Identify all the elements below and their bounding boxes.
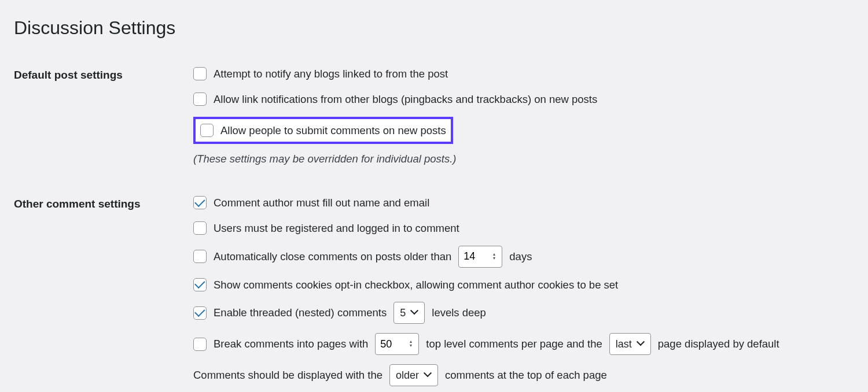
label-threaded-pre: Enable threaded (nested) comments bbox=[214, 305, 387, 321]
input-auto-close-days[interactable] bbox=[464, 247, 487, 266]
checkbox-notify-blogs[interactable] bbox=[193, 67, 207, 80]
select-order[interactable]: older bbox=[389, 364, 438, 386]
label-default-post-settings: Default post settings bbox=[14, 66, 193, 195]
label-cookies-optin: Show comments cookies opt-in checkbox, a… bbox=[214, 277, 618, 293]
label-paginate-mid: top level comments per page and the bbox=[426, 336, 602, 352]
label-notify-blogs: Attempt to notify any blogs linked to fr… bbox=[214, 66, 448, 82]
label-auto-close-post: days bbox=[509, 249, 532, 265]
chevron-down-icon bbox=[411, 309, 418, 316]
option-order: Comments should be displayed with the ol… bbox=[193, 364, 854, 386]
stepper-icon[interactable]: ▴▾ bbox=[408, 339, 414, 349]
option-allow-comments-wrapper: Allow people to submit comments on new p… bbox=[193, 117, 854, 145]
note-text: (These settings may be overridden for in… bbox=[193, 151, 457, 167]
select-paginate-default-page[interactable]: last bbox=[609, 333, 651, 355]
select-paginate-default-page-value: last bbox=[616, 336, 632, 352]
label-other-comment-settings: Other comment settings bbox=[14, 195, 193, 392]
label-allow-comments: Allow people to submit comments on new p… bbox=[220, 123, 446, 139]
option-notify-blogs: Attempt to notify any blogs linked to fr… bbox=[193, 66, 854, 82]
input-paginate-perpage-wrap[interactable]: ▴▾ bbox=[375, 333, 419, 355]
row-default-post-settings: Default post settings Attempt to notify … bbox=[14, 66, 854, 195]
checkbox-require-name-email[interactable] bbox=[193, 196, 207, 209]
label-allow-pingbacks: Allow link notifications from other blog… bbox=[214, 91, 597, 108]
settings-table: Default post settings Attempt to notify … bbox=[14, 66, 854, 392]
checkbox-allow-pingbacks[interactable] bbox=[193, 93, 207, 106]
option-threaded: Enable threaded (nested) comments 5 leve… bbox=[193, 302, 854, 324]
label-paginate-pre: Break comments into pages with bbox=[214, 336, 368, 352]
option-paginate: Break comments into pages with ▴▾ top le… bbox=[193, 333, 854, 355]
checkbox-cookies-optin[interactable] bbox=[193, 278, 207, 291]
label-threaded-post: levels deep bbox=[432, 305, 486, 321]
note-default-post: (These settings may be overridden for in… bbox=[193, 151, 854, 167]
checkbox-require-registered[interactable] bbox=[193, 221, 207, 235]
checkbox-auto-close[interactable] bbox=[193, 250, 207, 263]
option-allow-pingbacks: Allow link notifications from other blog… bbox=[193, 91, 854, 108]
content-default-post-settings: Attempt to notify any blogs linked to fr… bbox=[193, 66, 854, 195]
label-require-name-email: Comment author must fill out name and em… bbox=[214, 195, 429, 211]
select-order-value: older bbox=[396, 368, 419, 383]
row-other-comment-settings: Other comment settings Comment author mu… bbox=[14, 195, 854, 392]
highlight-allow-comments: Allow people to submit comments on new p… bbox=[193, 117, 453, 145]
option-require-name-email: Comment author must fill out name and em… bbox=[193, 195, 854, 211]
input-auto-close-days-wrap[interactable]: ▴▾ bbox=[458, 246, 502, 268]
checkbox-allow-comments[interactable] bbox=[200, 124, 214, 137]
label-require-registered: Users must be registered and logged in t… bbox=[214, 220, 459, 236]
page-title: Discussion Settings bbox=[14, 14, 854, 42]
label-auto-close-pre: Automatically close comments on posts ol… bbox=[214, 249, 451, 265]
label-order-pre: Comments should be displayed with the bbox=[193, 367, 382, 383]
input-paginate-perpage[interactable] bbox=[380, 335, 403, 353]
select-threaded-levels-value: 5 bbox=[400, 305, 406, 321]
option-auto-close: Automatically close comments on posts ol… bbox=[193, 246, 854, 268]
label-order-post: comments at the top of each page bbox=[445, 367, 607, 383]
checkbox-paginate[interactable] bbox=[193, 338, 207, 351]
chevron-down-icon bbox=[425, 372, 432, 379]
select-threaded-levels[interactable]: 5 bbox=[393, 302, 425, 324]
content-other-comment-settings: Comment author must fill out name and em… bbox=[193, 195, 854, 392]
checkbox-threaded[interactable] bbox=[193, 306, 207, 320]
option-require-registered: Users must be registered and logged in t… bbox=[193, 220, 854, 236]
stepper-icon[interactable]: ▴▾ bbox=[491, 252, 497, 261]
label-paginate-post: page displayed by default bbox=[658, 336, 779, 352]
option-cookies-optin: Show comments cookies opt-in checkbox, a… bbox=[193, 277, 854, 293]
chevron-down-icon bbox=[638, 341, 645, 347]
